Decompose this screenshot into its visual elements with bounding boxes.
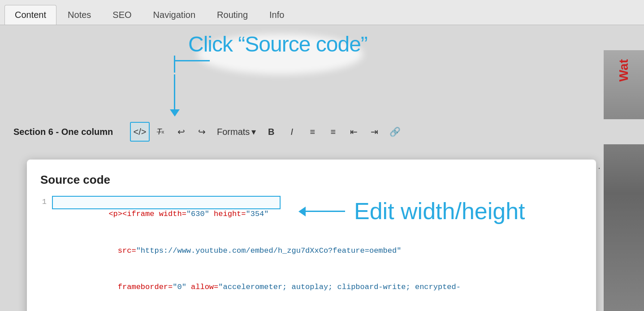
bold-button[interactable]: B	[261, 122, 281, 142]
tab-content[interactable]: Content	[4, 5, 56, 25]
main-area: Click “Source code” Section 6 - One colu…	[0, 25, 644, 311]
bold-icon: B	[268, 127, 274, 137]
tab-navigation[interactable]: Navigation	[143, 5, 206, 25]
source-code-dialog: Source code 1 <p><iframe width="630" hei…	[27, 160, 596, 311]
link-button[interactable]: 🔗	[385, 122, 405, 142]
ordered-list-icon: ≡	[331, 127, 336, 137]
section-label: Section 6 - One column	[13, 127, 130, 137]
click-annotation: Click “Source code”	[143, 30, 376, 110]
code-allow-val: "accelerometer; autoplay; clipboard-writ…	[218, 283, 461, 291]
code-line-1: <p><iframe width="630" height="354"	[54, 196, 583, 233]
wat-text: Wat	[617, 59, 631, 82]
code-line-3: frameborder="0" allow="accelerometer; au…	[54, 269, 583, 306]
unordered-list-icon: ≡	[310, 127, 316, 137]
code-wrapper: 1 <p><iframe width="630" height="354" sr…	[40, 196, 583, 311]
redo-button[interactable]: ↪	[192, 122, 212, 142]
italic-icon: I	[291, 127, 294, 137]
formats-dropdown[interactable]: Formats ▾	[212, 122, 260, 142]
tab-routing[interactable]: Routing	[207, 5, 258, 25]
right-image-strip: Wat	[604, 50, 644, 311]
tab-notes[interactable]: Notes	[57, 5, 101, 25]
annotation-arrow-h	[174, 60, 210, 61]
tab-bar: Content Notes SEO Navigation Routing Inf…	[0, 0, 644, 25]
code-line-4: media; gyroscope; picture-in-picture; we…	[54, 306, 583, 311]
source-code-icon: </>	[134, 127, 147, 137]
code-width-attr: width=	[159, 210, 186, 218]
outdent-icon: ⇤	[350, 126, 358, 137]
italic-button[interactable]: I	[282, 122, 302, 142]
code-p-tag: <p>	[108, 210, 122, 218]
code-height-attr: height=	[214, 210, 246, 218]
indent-button[interactable]: ⇥	[364, 122, 384, 142]
right-image-inner: Wat	[604, 50, 644, 311]
link-icon: 🔗	[389, 126, 401, 137]
clear-formatting-button[interactable]: T x	[151, 122, 170, 142]
formats-chevron-icon: ▾	[251, 126, 256, 137]
code-src-attr: src=	[118, 246, 136, 255]
dialog-title: Source code	[40, 173, 583, 187]
redo-icon: ↪	[198, 126, 206, 137]
line-number-1: 1	[42, 198, 47, 206]
tab-info[interactable]: Info	[259, 5, 294, 25]
code-frameborder-val: "0"	[173, 283, 186, 291]
line-numbers: 1	[40, 196, 54, 311]
annotation-glow	[197, 34, 363, 74]
formats-label: Formats	[217, 127, 250, 137]
clear-formatting-icon: T	[157, 127, 162, 137]
undo-button[interactable]: ↩	[171, 122, 191, 142]
code-line-2: src="https://www.youtube.com/embed/h_zgu…	[54, 233, 583, 269]
code-src-val: "https://www.youtube.com/embed/h_zgu7dXx…	[136, 246, 402, 255]
unordered-list-button[interactable]: ≡	[303, 122, 322, 142]
annotation-arrow-v	[174, 74, 175, 110]
click-annotation-text: Click “Source code”	[188, 32, 367, 56]
code-width-val: "630"	[186, 210, 209, 218]
source-code-button[interactable]: </>	[130, 122, 150, 142]
code-content[interactable]: <p><iframe width="630" height="354" src=…	[54, 196, 583, 311]
tab-seo[interactable]: SEO	[102, 5, 142, 25]
ordered-list-button[interactable]: ≡	[323, 122, 343, 142]
toolbar-row: Section 6 - One column </> T x ↩ ↪ Forma…	[0, 119, 644, 144]
code-iframe-open: <iframe	[122, 210, 154, 218]
toolbar-buttons: </> T x ↩ ↪ Formats ▾ B I ≡	[130, 122, 405, 142]
code-allow-attr: allow=	[191, 283, 218, 291]
undo-icon: ↩	[177, 126, 185, 137]
code-block: <p><iframe width="630" height="354" src=…	[54, 196, 583, 311]
code-frameborder-attr: frameborder=	[118, 283, 173, 291]
outdent-button[interactable]: ⇤	[344, 122, 363, 142]
indent-icon: ⇥	[371, 126, 378, 137]
code-height-val: "354"	[246, 210, 269, 218]
